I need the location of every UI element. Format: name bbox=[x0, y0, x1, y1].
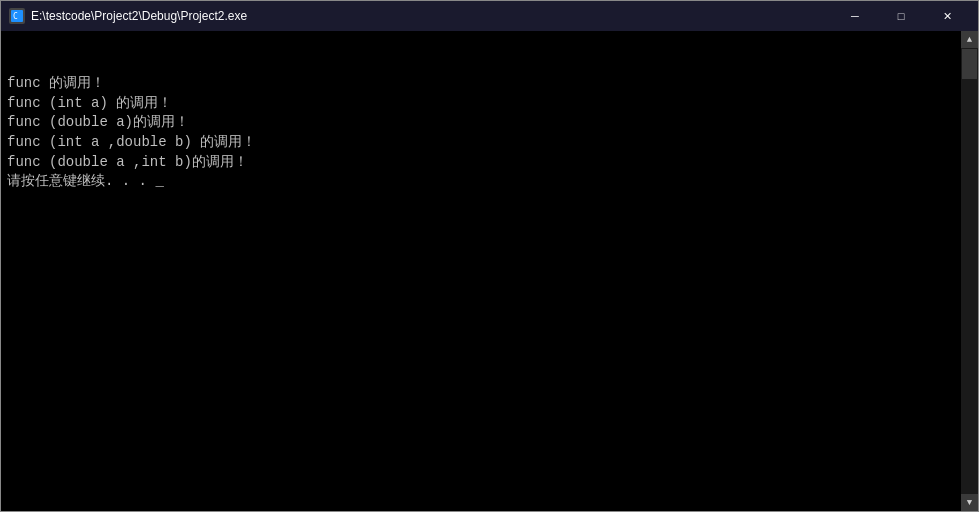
title-bar: C E:\testcode\Project2\Debug\Project2.ex… bbox=[1, 1, 978, 31]
window-title: E:\testcode\Project2\Debug\Project2.exe bbox=[31, 9, 247, 23]
console-output: func 的调用！func (int a) 的调用！func (double a… bbox=[7, 35, 972, 192]
console-line: func 的调用！ bbox=[7, 74, 972, 94]
window-controls: ─ □ ✕ bbox=[832, 1, 970, 31]
scrollbar-track bbox=[961, 48, 978, 494]
scroll-down-button[interactable]: ▼ bbox=[961, 494, 978, 511]
vertical-scrollbar[interactable]: ▲ ▼ bbox=[961, 31, 978, 511]
scroll-up-button[interactable]: ▲ bbox=[961, 31, 978, 48]
minimize-button[interactable]: ─ bbox=[832, 1, 878, 31]
title-bar-left: C E:\testcode\Project2\Debug\Project2.ex… bbox=[9, 8, 247, 24]
console-line: func (double a)的调用！ bbox=[7, 113, 972, 133]
console-line: func (int a ,double b) 的调用！ bbox=[7, 133, 972, 153]
maximize-button[interactable]: □ bbox=[878, 1, 924, 31]
app-icon: C bbox=[9, 8, 25, 24]
svg-text:C: C bbox=[13, 12, 18, 21]
console-line: 请按任意键继续. . . _ bbox=[7, 172, 972, 192]
console-body: func 的调用！func (int a) 的调用！func (double a… bbox=[1, 31, 978, 511]
scrollbar-thumb[interactable] bbox=[962, 49, 977, 79]
close-button[interactable]: ✕ bbox=[924, 1, 970, 31]
window: C E:\testcode\Project2\Debug\Project2.ex… bbox=[0, 0, 979, 512]
console-line: func (double a ,int b)的调用！ bbox=[7, 153, 972, 173]
console-line: func (int a) 的调用！ bbox=[7, 94, 972, 114]
